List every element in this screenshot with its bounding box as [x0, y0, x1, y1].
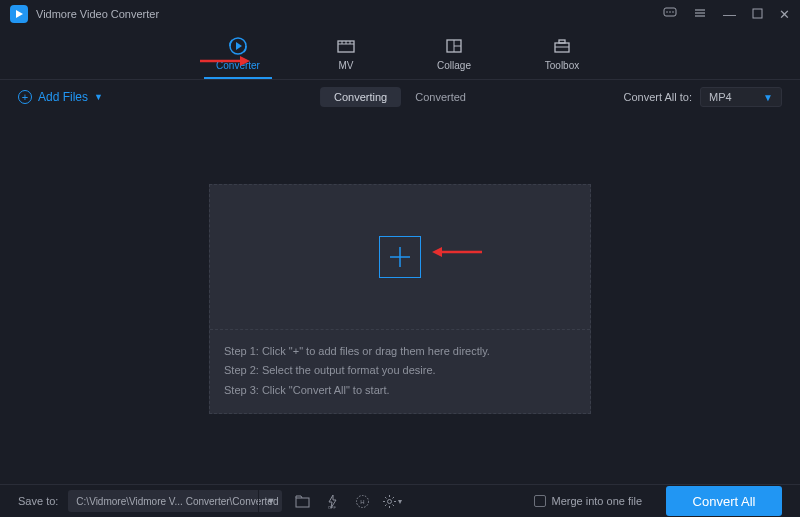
- nav-toolbox[interactable]: Toolbox: [528, 28, 596, 79]
- minimize-button[interactable]: —: [723, 8, 736, 21]
- nav-label: Toolbox: [545, 60, 579, 71]
- convert-all-to-label: Convert All to:: [624, 91, 692, 103]
- annotation-arrow-icon: [200, 54, 250, 71]
- nav-mv[interactable]: MV: [312, 28, 380, 79]
- merge-checkbox[interactable]: Merge into one file: [534, 495, 643, 507]
- add-file-button[interactable]: [379, 236, 421, 278]
- annotation-arrow-icon: [432, 245, 482, 262]
- menu-icon[interactable]: [693, 6, 707, 22]
- main-nav: Converter MV Collage Toolbox: [0, 28, 800, 80]
- chevron-down-icon[interactable]: ▼: [258, 490, 282, 512]
- main-area: Step 1: Click "+" to add files or drag t…: [0, 114, 800, 484]
- merge-label: Merge into one file: [552, 495, 643, 507]
- settings-icon[interactable]: ▾: [382, 491, 402, 511]
- collage-icon: [443, 35, 465, 57]
- step-text: Step 2: Select the output format you des…: [224, 361, 576, 381]
- output-path-dropdown[interactable]: C:\Vidmore\Vidmore V... Converter\Conver…: [68, 490, 282, 512]
- nav-label: Collage: [437, 60, 471, 71]
- dropzone-steps: Step 1: Click "+" to add files or drag t…: [210, 330, 590, 413]
- svg-marker-10: [236, 42, 242, 50]
- format-selected: MP4: [709, 91, 732, 103]
- footer: Save to: C:\Vidmore\Vidmore V... Convert…: [0, 484, 800, 517]
- svg-rect-20: [559, 40, 565, 43]
- step-text: Step 3: Click "Convert All" to start.: [224, 381, 576, 401]
- chevron-down-icon: ▼: [94, 92, 103, 102]
- add-files-label: Add Files: [38, 90, 88, 104]
- tab-converting[interactable]: Converting: [320, 87, 401, 107]
- toolbox-icon: [551, 35, 573, 57]
- toolbar: + Add Files ▼ Converting Converted Conve…: [0, 80, 800, 114]
- convert-button-label: Convert All: [693, 494, 756, 509]
- nav-label: MV: [339, 60, 354, 71]
- hardware-accel-icon[interactable]: OFF: [322, 491, 342, 511]
- nav-collage[interactable]: Collage: [420, 28, 488, 79]
- app-title: Vidmore Video Converter: [36, 8, 159, 20]
- svg-point-33: [388, 499, 392, 503]
- status-tabs: Converting Converted: [320, 87, 480, 107]
- plus-icon: +: [18, 90, 32, 104]
- svg-marker-0: [16, 10, 23, 18]
- feedback-icon[interactable]: [663, 6, 677, 22]
- svg-point-4: [672, 11, 674, 13]
- save-to-label: Save to:: [18, 495, 58, 507]
- output-path-text: C:\Vidmore\Vidmore V... Converter\Conver…: [68, 496, 258, 507]
- dropzone-top[interactable]: [210, 185, 590, 330]
- svg-point-3: [669, 11, 671, 13]
- format-dropdown[interactable]: MP4 ▼: [700, 87, 782, 107]
- tab-converted[interactable]: Converted: [401, 87, 480, 107]
- dropzone[interactable]: Step 1: Click "+" to add files or drag t…: [209, 184, 591, 414]
- close-button[interactable]: ✕: [779, 8, 790, 21]
- high-speed-icon[interactable]: H: [352, 491, 372, 511]
- step-text: Step 1: Click "+" to add files or drag t…: [224, 342, 576, 362]
- open-folder-icon[interactable]: [292, 491, 312, 511]
- convert-all-button[interactable]: Convert All: [666, 486, 782, 516]
- add-files-button[interactable]: + Add Files ▼: [18, 90, 103, 104]
- svg-marker-27: [432, 247, 442, 257]
- titlebar: Vidmore Video Converter — ✕: [0, 0, 800, 28]
- maximize-button[interactable]: [752, 8, 763, 21]
- app-logo: [10, 5, 28, 23]
- svg-text:OFF: OFF: [328, 505, 337, 509]
- svg-text:H: H: [360, 499, 364, 505]
- svg-point-2: [666, 11, 668, 13]
- svg-rect-28: [296, 498, 309, 507]
- mv-icon: [335, 35, 357, 57]
- svg-rect-8: [753, 9, 762, 18]
- checkbox-icon: [534, 495, 546, 507]
- chevron-down-icon: ▼: [763, 92, 773, 103]
- svg-marker-25: [240, 56, 250, 66]
